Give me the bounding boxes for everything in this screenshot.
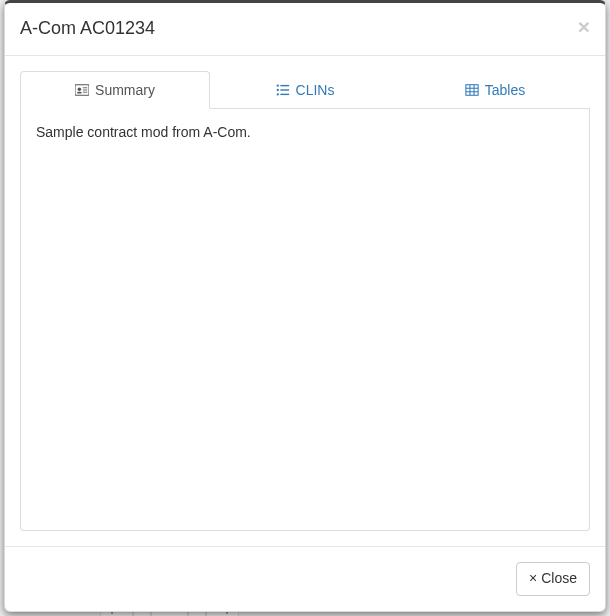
svg-point-6 — [276, 84, 278, 86]
svg-rect-11 — [280, 93, 289, 94]
modal-header: A-Com AC01234 × — [5, 3, 605, 56]
tabs: Summary CLINs — [20, 71, 590, 109]
summary-text: Sample contract mod from A-Com. — [36, 124, 574, 140]
svg-rect-12 — [466, 84, 478, 95]
modal-body: Summary CLINs — [5, 56, 605, 546]
svg-point-1 — [78, 87, 82, 91]
close-button-label: Close — [541, 569, 577, 589]
modal-footer: × Close — [5, 546, 605, 611]
tab-clins-label: CLINs — [296, 82, 335, 98]
svg-rect-9 — [280, 85, 289, 86]
tab-tables-label: Tables — [485, 82, 525, 98]
tab-clins[interactable]: CLINs — [210, 71, 400, 109]
modal-title: A-Com AC01234 — [20, 18, 155, 40]
svg-rect-10 — [280, 89, 289, 90]
tab-summary-label: Summary — [95, 82, 155, 98]
table-icon — [465, 83, 479, 97]
svg-point-8 — [276, 93, 278, 95]
svg-point-7 — [276, 88, 278, 90]
tab-content-summary: Sample contract mod from A-Com. — [20, 109, 590, 531]
svg-rect-5 — [83, 91, 87, 92]
close-button[interactable]: × Close — [516, 562, 590, 596]
close-icon[interactable]: × — [578, 16, 590, 37]
tab-tables[interactable]: Tables — [400, 71, 590, 109]
close-icon-small: × — [529, 569, 537, 589]
svg-rect-2 — [77, 91, 81, 93]
tab-summary[interactable]: Summary — [20, 71, 210, 109]
svg-rect-3 — [83, 87, 87, 88]
svg-rect-4 — [83, 89, 87, 90]
modal-dialog: A-Com AC01234 × Summary — [4, 0, 606, 612]
list-icon — [276, 83, 290, 97]
id-card-icon — [75, 83, 89, 97]
